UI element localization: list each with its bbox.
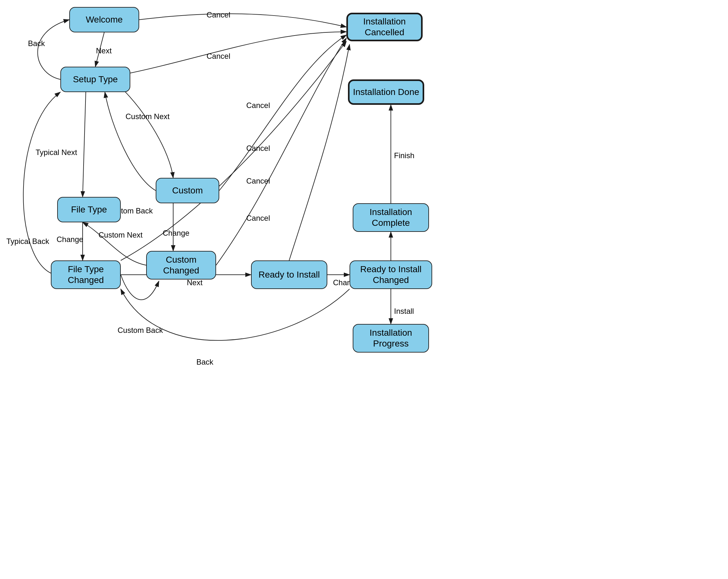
label-install: Install [394, 307, 414, 315]
edge-ready-cancel [289, 45, 349, 260]
node-welcome: Welcome [69, 7, 139, 32]
edge-custom-back [105, 92, 156, 191]
node-installation-complete-label: InstallationComplete [369, 207, 412, 228]
edge-setup-cancel [130, 32, 346, 73]
node-welcome-label: Welcome [86, 14, 123, 25]
label-cancel-1: Cancel [207, 10, 230, 19]
label-cancel-4: Cancel [246, 144, 270, 153]
edge-typical-back [23, 92, 60, 273]
label-custom-next-1: Custom Next [126, 112, 170, 121]
node-installation-done: Installation Done [348, 79, 424, 105]
node-installation-cancelled-label: InstallationCancelled [363, 16, 406, 37]
node-file-type-changed-label: File TypeChanged [68, 264, 104, 285]
label-cancel-5: Cancel [246, 176, 270, 185]
node-file-type-label: File Type [71, 204, 107, 215]
label-typical-back: Typical Back [6, 237, 50, 246]
node-ready-to-install-changed-label: Ready to InstallChanged [360, 264, 422, 285]
node-setup-type: Setup Type [60, 67, 130, 92]
label-next-2: Next [187, 278, 203, 287]
label-custom-next-2: Custom Next [99, 230, 143, 239]
node-installation-progress: InstallationProgress [353, 324, 429, 353]
node-ready-to-install-changed: Ready to InstallChanged [349, 260, 432, 289]
edge-custom-changed-next [83, 222, 146, 265]
label-typical-next: Typical Next [35, 148, 77, 157]
edge-custom-next [111, 79, 173, 178]
node-file-type: File Type [57, 197, 121, 222]
node-file-type-changed: File TypeChanged [51, 260, 121, 289]
label-back-top: Back [28, 39, 45, 48]
node-custom-changed: CustomChanged [146, 251, 216, 279]
edge-welcome-cancel [139, 13, 346, 27]
node-installation-progress-label: InstallationProgress [369, 327, 412, 349]
node-custom: Custom [156, 178, 219, 203]
edge-typical-next [83, 92, 86, 197]
node-installation-cancelled: InstallationCancelled [346, 13, 423, 41]
label-change-2: Change [57, 235, 83, 244]
label-cancel-2: Cancel [207, 52, 230, 60]
node-installation-done-label: Installation Done [353, 87, 419, 98]
label-cancel-3: Cancel [246, 101, 270, 110]
label-change-1: Change [163, 229, 189, 237]
node-ready-to-install-label: Ready to Install [259, 269, 320, 280]
diagram-container: Next Back Typical Next Custom Next Custo… [0, 0, 728, 579]
label-finish: Finish [394, 151, 414, 160]
node-installation-complete: InstallationComplete [353, 203, 429, 232]
node-custom-label: Custom [172, 185, 203, 196]
label-custom-back-2: Custom Back [118, 326, 163, 334]
edge-custom-changed-cancel [216, 38, 346, 265]
label-next: Next [96, 46, 112, 55]
edge-file-changed-cancel [121, 41, 346, 260]
node-custom-changed-label: CustomChanged [163, 254, 199, 276]
label-cancel-6: Cancel [246, 214, 270, 222]
node-setup-type-label: Setup Type [73, 74, 118, 85]
label-back-bottom: Back [197, 358, 213, 366]
node-ready-to-install: Ready to Install [251, 260, 327, 289]
